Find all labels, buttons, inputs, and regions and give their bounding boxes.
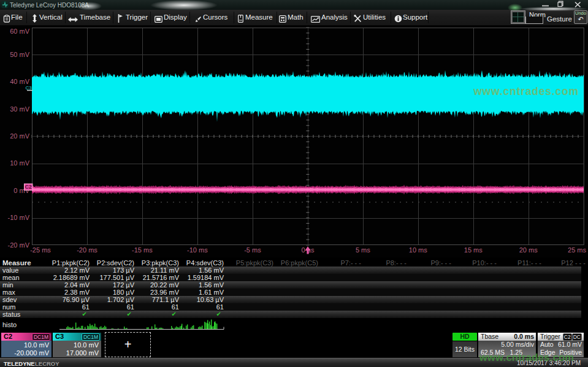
svg-text:5 ms: 5 ms — [356, 246, 370, 254]
svg-text:-20 mV: -20 mV — [8, 241, 30, 249]
svg-text:10 mV: 10 mV — [10, 159, 29, 167]
svg-text:25 ms: 25 ms — [568, 246, 586, 254]
svg-text:-10 ms: -10 ms — [187, 246, 208, 254]
svg-text:-15 ms: -15 ms — [132, 246, 153, 254]
svg-text:50 mV: 50 mV — [10, 51, 29, 58]
svg-text:60 mV: 60 mV — [10, 28, 29, 35]
svg-text:20 ms: 20 ms — [519, 246, 538, 254]
svg-text:30 mV: 30 mV — [10, 105, 29, 113]
svg-text:40 mV: 40 mV — [10, 78, 29, 85]
svg-text:-5 ms: -5 ms — [244, 246, 261, 254]
svg-text:-10 mV: -10 mV — [8, 214, 30, 221]
svg-text:20 mV: 20 mV — [10, 132, 29, 140]
svg-text:15 ms: 15 ms — [464, 246, 483, 254]
svg-text:-20 ms: -20 ms — [77, 246, 97, 254]
svg-text:-25 ms: -25 ms — [30, 246, 51, 254]
svg-text:www.cntrades.com: www.cntrades.com — [473, 85, 579, 97]
svg-text:C3: C3 — [26, 85, 32, 91]
svg-text:10 ms: 10 ms — [409, 246, 427, 254]
svg-text:C2: C2 — [25, 184, 32, 190]
